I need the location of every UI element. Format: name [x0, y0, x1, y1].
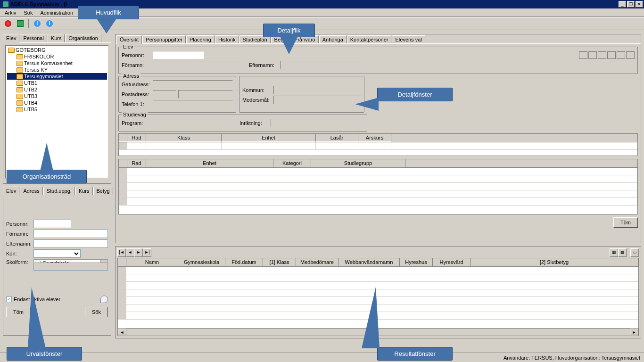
col-header[interactable]: Namn [126, 258, 178, 266]
field-modersmal [273, 96, 361, 104]
maximize-button[interactable]: ❐ [627, 1, 635, 8]
tree-item[interactable]: UTB5 [7, 106, 107, 113]
scrollbar-h[interactable] [34, 263, 107, 270]
tree-item[interactable]: UTB1 [7, 80, 107, 86]
col-header[interactable]: Klass [146, 134, 222, 142]
tree-label: Tersus KY [24, 67, 48, 73]
menu-arkiv[interactable]: Arkiv [2, 9, 19, 16]
toolbar-info1-button[interactable]: i [32, 18, 42, 29]
col-header[interactable]: Webbanvändarnamn [339, 258, 400, 266]
table-row[interactable] [118, 274, 638, 282]
filter-tab-kurs[interactable]: Kurs [75, 187, 93, 195]
search-icon[interactable] [100, 296, 108, 303]
nav-last-button[interactable]: ►| [143, 248, 151, 257]
groupbox-title: Elev [122, 44, 134, 49]
mini-button[interactable] [607, 51, 616, 59]
menu-administration[interactable]: Administration [37, 9, 76, 16]
col-header[interactable]: Medbedömare [296, 258, 339, 266]
table-row[interactable] [119, 190, 637, 198]
organization-tree[interactable]: GÖTEBORG FRISKOLOR Tersus Komvuxenhet Te… [5, 45, 109, 179]
tree-item[interactable]: UTB3 [7, 93, 107, 99]
clear-button[interactable]: Töm [6, 307, 31, 317]
detail-tab-historik[interactable]: Historik [215, 35, 239, 43]
col-header[interactable]: Årskurs [358, 134, 391, 142]
table-row[interactable] [119, 168, 637, 175]
col-header[interactable]: Föd.datum [225, 258, 263, 266]
tree-item-selected[interactable]: Tersusgymnasiet [7, 73, 107, 80]
col-header[interactable]: Gymnasieskola [178, 258, 225, 266]
settings-button[interactable]: ▭ [630, 248, 639, 257]
tab-elev[interactable]: Elev [3, 34, 19, 43]
close-button[interactable]: ✕ [636, 1, 643, 8]
input-personnr-detail[interactable] [153, 51, 205, 59]
input-personnr[interactable] [33, 220, 71, 228]
label-kon: Kön: [6, 251, 33, 256]
scroll-right-button[interactable]: ► [630, 329, 638, 335]
detail-tab-oversikt[interactable]: Översikt [116, 35, 142, 44]
tree-item[interactable]: UTB4 [7, 99, 107, 106]
tab-personal[interactable]: Personal [20, 34, 47, 42]
search-button[interactable]: Sök [85, 307, 108, 317]
col-header[interactable]: Rad [127, 159, 146, 167]
col-header[interactable]: Läsår [316, 134, 358, 142]
tree-item[interactable]: FRISKOLOR [7, 53, 107, 60]
nav-first-button[interactable]: |◄ [117, 248, 126, 257]
scroll-left-button[interactable]: ◄ [118, 329, 126, 335]
toolbar-info2-button[interactable]: i [44, 18, 55, 29]
col-header[interactable]: Enhet [146, 159, 273, 167]
col-header[interactable]: Studiegrupp [311, 159, 405, 167]
table-row[interactable] [119, 175, 637, 183]
detail-tab-kontaktpersoner[interactable]: Kontaktpersoner [347, 35, 392, 43]
table-row[interactable] [118, 267, 638, 274]
input-fornamn[interactable] [33, 230, 108, 238]
col-header[interactable]: Enhet [222, 134, 316, 142]
tree-item[interactable]: Tersus Komvuxenhet [7, 60, 107, 66]
tab-kurs[interactable]: Kurs [48, 34, 65, 42]
folder-icon [8, 48, 15, 53]
detail-tab-anhoriga[interactable]: Anhöriga [319, 35, 347, 43]
table-row[interactable] [119, 142, 637, 150]
menu-sok[interactable]: Sök [21, 9, 35, 16]
export2-button[interactable]: ▦ [618, 248, 627, 257]
filter-tab-betyg[interactable]: Betyg [93, 187, 113, 195]
filter-tab-studuppg[interactable]: Stud.uppg. [43, 187, 75, 195]
nav-prev-button[interactable]: ◄ [126, 248, 134, 257]
toolbar-btn2[interactable] [15, 18, 25, 29]
mini-button[interactable] [588, 51, 597, 59]
input-efternamn[interactable] [33, 239, 108, 248]
detail-tab-personuppgifter[interactable]: Personuppgifter [142, 35, 186, 43]
tree-item[interactable]: Tersus KY [7, 66, 107, 73]
tree-root[interactable]: GÖTEBORG [7, 47, 107, 53]
label: Kommun: [242, 87, 272, 93]
grid-klass[interactable]: Rad Klass Enhet Läsår Årskurs [118, 133, 638, 156]
col-header[interactable]: Kategori [273, 159, 311, 167]
export-button[interactable]: ▦ [610, 248, 618, 257]
toolbar-record-button[interactable] [3, 18, 13, 29]
filter-tab-adress[interactable]: Adress [20, 187, 42, 195]
grid-studiegrupp[interactable]: Rad Enhet Kategori Studiegrupp [118, 159, 638, 214]
detail-tab-elevensval[interactable]: Elevens val [392, 35, 425, 43]
checkbox-endast[interactable]: ✓ [6, 296, 12, 302]
mini-button[interactable] [598, 51, 606, 59]
col-header[interactable]: [1] Klass [263, 258, 296, 266]
col-header[interactable]: Hyreshus [400, 258, 433, 266]
tree-item[interactable]: UTB2 [7, 86, 107, 93]
col-header[interactable]: [2] Slutbetyg [471, 258, 638, 266]
select-kon[interactable] [33, 249, 81, 258]
label-fornamn: Förnamn: [6, 231, 33, 237]
table-row[interactable] [119, 183, 637, 190]
mini-button[interactable] [579, 51, 587, 59]
filter-tab-elev[interactable]: Elev [3, 187, 19, 196]
mini-button[interactable] [626, 51, 635, 59]
clear-detail-button[interactable]: Töm [613, 217, 638, 228]
minimize-button[interactable]: _ [619, 1, 626, 8]
detail-tabs: Översikt Personuppgifter Placering Histo… [116, 34, 641, 43]
detail-tab-placering[interactable]: Placering [186, 35, 215, 43]
mini-button[interactable] [617, 51, 625, 59]
nav-next-button[interactable]: ► [134, 248, 143, 257]
tab-organisation[interactable]: Organisation [65, 34, 101, 42]
col-header[interactable]: Hyresvärd [433, 258, 471, 266]
table-row[interactable] [119, 198, 637, 206]
listbox-skolform[interactable]: ✓Grundskola [33, 259, 108, 271]
col-header[interactable]: Rad [127, 134, 146, 142]
